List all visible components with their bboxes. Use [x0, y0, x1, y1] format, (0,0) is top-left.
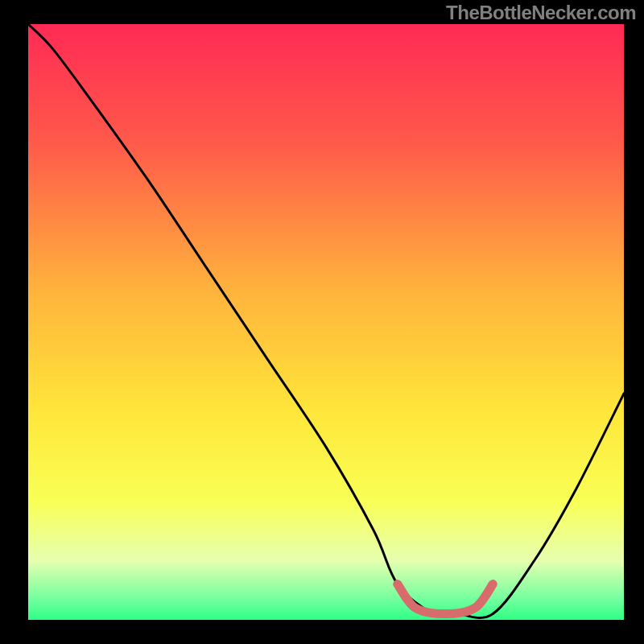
watermark-label: TheBottleNecker.com: [446, 2, 636, 24]
chart-container: TheBottleNecker.com: [0, 0, 644, 644]
bottleneck-chart: [0, 0, 644, 644]
gradient-background: [28, 24, 624, 620]
